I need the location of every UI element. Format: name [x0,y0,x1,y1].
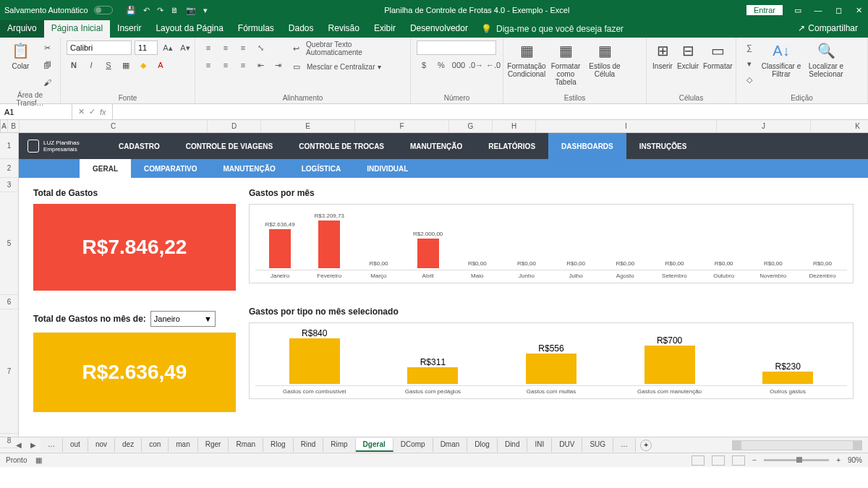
zoom-in-icon[interactable]: + [836,456,841,464]
tab-formulas[interactable]: Fórmulas [231,20,281,38]
comma-icon[interactable]: 000 [451,58,466,72]
col-header[interactable]: K [811,120,868,132]
sheet-tab[interactable]: SUG [582,438,613,452]
new-sheet-button[interactable]: + [640,440,652,451]
zoom-slider[interactable] [764,459,829,461]
col-header[interactable]: B [8,120,20,132]
tab-nav-prev[interactable]: ◀ [12,441,26,449]
nav-item[interactable]: RELATÓRIOS [475,133,548,159]
col-header[interactable]: A [1,120,8,132]
sheet-tab[interactable]: out [63,438,88,452]
insert-cells-button[interactable]: ⊞Inserir [652,40,673,70]
percent-icon[interactable]: % [434,58,448,72]
col-header[interactable]: C [20,120,208,132]
sheet-tab[interactable]: Dlog [467,438,498,452]
signin-button[interactable]: Entrar [746,5,783,15]
tab-home[interactable]: Página Inicial [44,20,110,38]
name-box[interactable]: A1 [0,104,72,119]
sheet-tab[interactable]: Dgeral [356,438,393,452]
sheet-tab[interactable]: Rman [229,438,263,452]
clear-icon[interactable]: ◇ [742,72,757,87]
sheet-tab[interactable]: … [613,438,636,452]
tab-view[interactable]: Exibir [367,20,403,38]
merge-icon[interactable]: ▭ [289,59,304,74]
nav-item[interactable]: CADASTRO [106,133,173,159]
delete-cells-button[interactable]: ⊟Excluir [677,40,699,70]
tell-me[interactable]: 💡 Diga-me o que você deseja fazer [481,20,624,38]
subnav-tab[interactable]: GERAL [80,159,131,178]
cell-styles-button[interactable]: ▦Estilos de Célula [587,40,622,78]
nav-item[interactable]: INSTRUÇÕES [626,133,700,159]
col-header[interactable]: D [208,120,261,132]
bold-button[interactable]: N [67,58,81,72]
sort-filter-button[interactable]: A↓Classificar e Filtrar [761,40,801,78]
align-right-icon[interactable]: ≡ [236,58,250,72]
cancel-fx-icon[interactable]: ✕ [78,107,85,116]
sheet-tab[interactable]: Rlog [263,438,294,452]
tab-data[interactable]: Dados [281,20,321,38]
sheet-tab[interactable]: Rind [294,438,324,452]
macro-icon[interactable]: ▦ [35,456,42,464]
subnav-tab[interactable]: LOGÍSTICA [289,159,354,178]
cut-icon[interactable]: ✂ [40,40,54,55]
align-middle-icon[interactable]: ≡ [218,40,233,55]
h-scrollbar[interactable] [732,440,862,450]
sheet-tab[interactable]: INI [527,438,552,452]
grow-font-icon[interactable]: A▴ [161,40,175,55]
autosave-toggle[interactable] [94,6,113,14]
sheet-tab[interactable]: Rimp [323,438,355,452]
nav-item[interactable]: CONTROLE DE VIAGENS [173,133,286,159]
col-header[interactable]: I [536,120,717,132]
save-icon[interactable]: 💾 [126,6,136,15]
row-header[interactable]: 1 [0,133,18,159]
inc-decimal-icon[interactable]: .0→ [469,58,483,72]
currency-icon[interactable]: $ [417,58,431,72]
row-header[interactable]: 3 [0,178,18,192]
copy-icon[interactable]: 🗐 [40,58,54,72]
wrap-text-icon[interactable]: ↩ [289,41,303,56]
zoom-out-icon[interactable]: − [752,456,757,464]
nav-item[interactable]: CONTROLE DE TROCAS [286,133,397,159]
redo-icon[interactable]: ↷ [157,6,163,15]
view-normal-icon[interactable] [692,455,705,466]
sheet-tab[interactable]: Dind [498,438,528,452]
close-icon[interactable]: ✕ [854,6,864,15]
col-header[interactable]: J [717,120,811,132]
indent-inc-icon[interactable]: ⇥ [271,58,285,72]
align-bottom-icon[interactable]: ≡ [236,40,250,55]
autosum-icon[interactable]: ∑ [742,40,757,55]
paste-button[interactable]: 📋 Colar [6,40,35,70]
italic-button[interactable]: I [84,58,98,72]
dec-decimal-icon[interactable]: ←.0 [486,58,501,72]
ribbon-options-icon[interactable]: ▭ [793,6,803,15]
find-select-button[interactable]: 🔍Localizar e Selecionar [806,40,846,78]
sheet-tab[interactable]: … [41,438,63,452]
col-header[interactable]: H [493,120,536,132]
month-select[interactable]: Janeiro ▼ [150,311,216,327]
fx-icon[interactable]: fx [100,108,106,116]
col-header[interactable]: F [355,120,449,132]
col-header[interactable]: E [261,120,355,132]
border-button[interactable]: ▦ [119,58,133,72]
sheet-tab[interactable]: Dman [433,438,468,452]
subnav-tab[interactable]: INDIVIDUAL [354,159,421,178]
cond-format-button[interactable]: ▦Formatação Condicional [509,40,544,78]
tab-file[interactable]: Arquivo [0,20,44,38]
fill-color-button[interactable]: ◆ [136,58,150,72]
sheet-tab[interactable]: nov [88,438,115,452]
row-header[interactable]: 5 [0,192,18,295]
worksheet[interactable]: LUZ Planilhas Empresariais CADASTROCONTR… [19,133,868,437]
tab-developer[interactable]: Desenvolvedor [403,20,475,38]
align-left-icon[interactable]: ≡ [201,58,216,72]
tab-nav-next[interactable]: ▶ [26,441,41,449]
nav-item[interactable]: DASHBOARDS [548,133,626,159]
tab-layout[interactable]: Layout da Página [148,20,230,38]
row-header[interactable]: 2 [0,159,18,178]
format-table-button[interactable]: ▦Formatar como Tabela [548,40,583,86]
subnav-tab[interactable]: COMPARATIVO [131,159,210,178]
maximize-icon[interactable]: ◻ [833,6,843,15]
enter-fx-icon[interactable]: ✓ [89,107,95,116]
underline-button[interactable]: S [101,58,116,72]
sheet-tab[interactable]: Rger [198,438,229,452]
tab-insert[interactable]: Inserir [110,20,148,38]
